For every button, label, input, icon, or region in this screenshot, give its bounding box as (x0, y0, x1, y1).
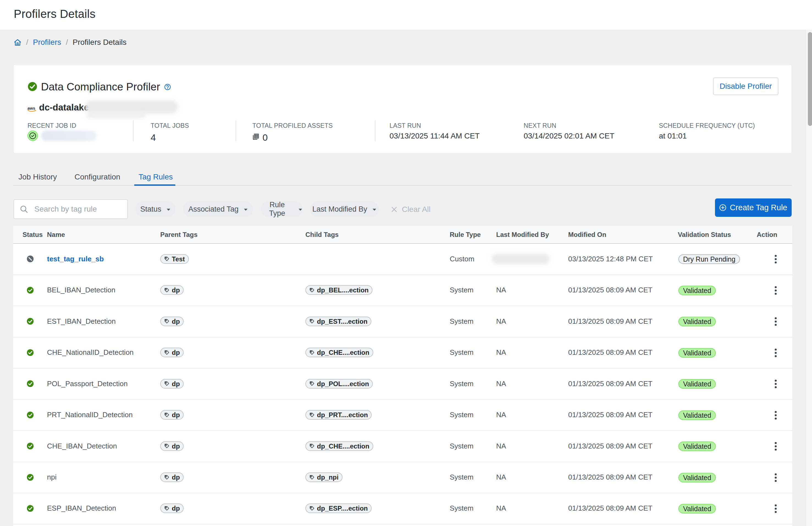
rule-type-cell: System (450, 400, 474, 430)
create-tag-rule-button[interactable]: Create Tag Rule (715, 199, 792, 217)
tag-chip[interactable]: dp (160, 503, 184, 513)
kebab-menu-icon (774, 348, 777, 357)
breadcrumb-current: Profilers Details (73, 38, 127, 47)
asset-name: dc-datalake (39, 101, 89, 114)
redacted-asset-detail (87, 113, 146, 118)
tag-chip[interactable]: dp (160, 348, 184, 357)
tag-chip[interactable]: dp (160, 285, 184, 295)
svg-text:aws: aws (28, 106, 35, 111)
rule-name[interactable]: test_tag_rule_sb (47, 244, 104, 274)
scrollbar-thumb[interactable] (808, 32, 812, 126)
column-header-action: Action (757, 226, 777, 243)
tag-chip[interactable]: dp_npi (305, 472, 343, 482)
table-row: ESP_IBAN_Detection dp dp_ESP....ection S… (13, 493, 792, 524)
breadcrumb-link-profilers[interactable]: Profilers (33, 38, 61, 47)
last-modified-by-cell: NA (496, 306, 506, 336)
kebab-menu-icon (774, 254, 777, 264)
validation-status-badge: Validated (678, 410, 716, 420)
tag-icon (164, 412, 170, 418)
modified-on-cell: 03/13/2025 12:48 PM CET (568, 244, 653, 274)
last-modified-by-cell: NA (496, 462, 506, 492)
modified-on-cell: 01/13/2025 08:09 AM CET (568, 431, 652, 461)
tag-chip[interactable]: dp_PRT....ection (305, 410, 372, 420)
tag-chip[interactable]: dp_BEL....ection (305, 285, 373, 295)
tag-chip[interactable]: dp (160, 410, 184, 420)
profiler-title: Data Compliance Profiler (41, 81, 160, 93)
tag-chip[interactable]: Test (160, 254, 189, 264)
filter-last-modified-by[interactable]: Last Modified By (310, 202, 379, 217)
redacted-asset-suffix (85, 101, 178, 114)
row-actions-menu-button[interactable] (771, 440, 780, 453)
tag-chip[interactable]: dp_CHE....ection (305, 348, 373, 357)
plus-circle-icon (719, 204, 726, 211)
kebab-menu-icon (774, 379, 777, 389)
status-check-icon (27, 380, 34, 387)
kebab-menu-icon (774, 286, 777, 295)
last-modified-by-cell: NA (496, 275, 506, 305)
tab-tag-rules[interactable]: Tag Rules (139, 172, 173, 182)
search-box (13, 199, 128, 219)
scrollbar-track[interactable] (806, 30, 812, 526)
tag-chip[interactable]: dp (160, 472, 184, 482)
stat-last-run: LAST RUN 03/13/2025 11:44 AM CET (390, 122, 480, 142)
tag-icon (309, 412, 315, 418)
tag-chip[interactable]: dp (160, 441, 184, 451)
search-input[interactable] (34, 205, 119, 214)
table-header: Status Name Parent Tags Child Tags Rule … (13, 226, 792, 244)
column-header-name: Name (47, 226, 65, 243)
tag-chip[interactable]: dp (160, 379, 184, 389)
rule-name: CHE_IBAN_Detection (47, 431, 117, 461)
rule-name: npi (47, 462, 57, 492)
column-header-validation-status: Validation Status (678, 226, 731, 243)
rule-type-cell: System (450, 462, 474, 492)
validation-status-badge: Validated (678, 504, 716, 513)
help-icon[interactable] (164, 84, 171, 90)
table-row: CHE_IBAN_Detection dp dp_CHE....ection S… (13, 431, 792, 462)
filter-status[interactable]: Status (135, 202, 175, 217)
tab-job-history[interactable]: Job History (18, 172, 57, 182)
row-actions-menu-button[interactable] (771, 284, 780, 297)
tag-chip[interactable]: dp_CHE....ection (305, 441, 373, 451)
status-disabled-icon (27, 255, 34, 262)
column-header-parent-tags: Parent Tags (160, 226, 198, 243)
tag-icon (164, 474, 170, 480)
validation-status-badge: Validated (678, 317, 716, 326)
tag-icon (309, 474, 315, 480)
clear-all-filters[interactable]: Clear All (391, 205, 431, 214)
row-actions-menu-button[interactable] (771, 471, 780, 484)
breadcrumb-separator: / (26, 38, 28, 47)
tag-chip[interactable]: dp_ESP....ection (305, 503, 372, 513)
tag-chip[interactable]: dp_POL....ection (305, 379, 373, 389)
stat-label: LAST RUN (390, 122, 480, 129)
profilers-details-page: Profilers Details / Profilers / Profiler… (0, 0, 812, 526)
row-actions-menu-button[interactable] (771, 409, 780, 422)
tag-chip[interactable]: dp (160, 317, 184, 326)
row-status (27, 244, 34, 274)
disable-profiler-button[interactable]: Disable Profiler (713, 77, 779, 95)
chevron-down-icon (372, 208, 377, 211)
row-actions-menu-button[interactable] (771, 252, 780, 266)
row-actions-menu-button[interactable] (771, 377, 780, 391)
stat-value: at 01:01 (659, 131, 755, 142)
modified-on-cell: 01/13/2025 08:09 AM CET (568, 400, 652, 430)
tag-icon (164, 443, 170, 449)
row-actions-menu-button[interactable] (771, 346, 780, 360)
validation-status-badge: Validated (678, 442, 716, 451)
tag-icon (309, 506, 315, 511)
filter-rule-type[interactable]: Rule Type (261, 202, 303, 217)
status-check-icon (27, 287, 34, 294)
table-row: POL_Passport_Detection dp dp_POL....ecti… (13, 368, 792, 400)
filter-associated-tag[interactable]: Associated Tag (183, 202, 253, 217)
job-success-icon (28, 131, 38, 141)
row-actions-menu-button[interactable] (771, 502, 780, 515)
modified-on-cell: 01/13/2025 08:09 AM CET (568, 462, 652, 492)
stat-schedule-frequency: SCHEDULE FREQUENCY (UTC) at 01:01 (659, 122, 755, 142)
tag-chip[interactable]: dp_EST....ection (305, 317, 371, 326)
tab-configuration[interactable]: Configuration (74, 172, 120, 182)
row-actions-menu-button[interactable] (771, 315, 780, 328)
row-status (27, 368, 34, 399)
rule-name: POL_Passport_Detection (47, 368, 128, 399)
stat-next-run: NEXT RUN 03/14/2025 02:01 AM CET (524, 122, 614, 142)
home-icon[interactable] (14, 39, 21, 46)
tag-icon (164, 288, 170, 293)
